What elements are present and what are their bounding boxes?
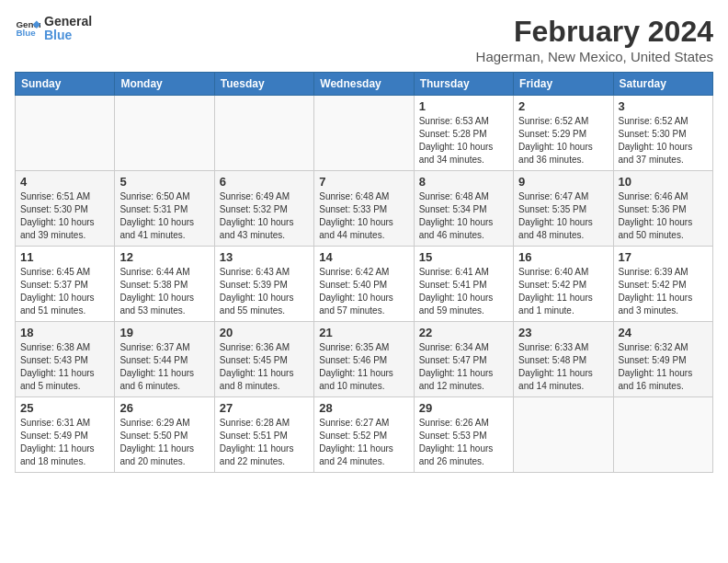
calendar-cell: 10Sunrise: 6:46 AM Sunset: 5:36 PM Dayli… [613, 171, 712, 247]
day-number: 21 [319, 326, 408, 339]
day-number: 18 [20, 326, 109, 339]
calendar-cell: 1Sunrise: 6:53 AM Sunset: 5:28 PM Daylig… [414, 96, 513, 171]
day-info: Sunrise: 6:39 AM Sunset: 5:42 PM Dayligh… [619, 266, 708, 317]
dow-header-wednesday: Wednesday [314, 73, 414, 96]
calendar-cell: 4Sunrise: 6:51 AM Sunset: 5:30 PM Daylig… [16, 171, 115, 247]
day-info: Sunrise: 6:37 AM Sunset: 5:44 PM Dayligh… [119, 341, 209, 393]
dow-header-friday: Friday [514, 73, 613, 96]
calendar-cell [314, 96, 414, 171]
dow-header-monday: Monday [115, 73, 214, 96]
day-info: Sunrise: 6:48 AM Sunset: 5:33 PM Dayligh… [319, 190, 408, 242]
day-number: 23 [518, 326, 608, 339]
day-info: Sunrise: 6:29 AM Sunset: 5:50 PM Dayligh… [119, 417, 209, 468]
day-info: Sunrise: 6:26 AM Sunset: 5:53 PM Dayligh… [419, 417, 508, 468]
day-info: Sunrise: 6:31 AM Sunset: 5:49 PM Dayligh… [20, 417, 109, 468]
calendar-cell: 9Sunrise: 6:47 AM Sunset: 5:35 PM Daylig… [514, 171, 613, 247]
day-number: 11 [20, 250, 109, 264]
day-number: 25 [20, 401, 109, 415]
day-number: 27 [220, 401, 309, 415]
calendar-cell: 28Sunrise: 6:27 AM Sunset: 5:52 PM Dayli… [314, 397, 414, 473]
dow-header-saturday: Saturday [613, 73, 712, 96]
calendar-cell: 19Sunrise: 6:37 AM Sunset: 5:44 PM Dayli… [115, 322, 214, 397]
day-info: Sunrise: 6:52 AM Sunset: 5:29 PM Dayligh… [518, 115, 608, 167]
day-number: 19 [119, 326, 209, 339]
calendar-cell: 18Sunrise: 6:38 AM Sunset: 5:43 PM Dayli… [16, 322, 115, 397]
calendar-cell: 21Sunrise: 6:35 AM Sunset: 5:46 PM Dayli… [314, 322, 414, 397]
day-number: 12 [119, 250, 209, 264]
day-info: Sunrise: 6:28 AM Sunset: 5:51 PM Dayligh… [220, 417, 309, 468]
location-title: Hagerman, New Mexico, United States [476, 49, 713, 64]
calendar-cell: 16Sunrise: 6:40 AM Sunset: 5:42 PM Dayli… [514, 247, 613, 322]
logo: General Blue General Blue [15, 15, 92, 43]
day-number: 17 [619, 250, 708, 264]
day-number: 3 [619, 99, 708, 113]
day-number: 15 [419, 250, 508, 264]
month-title: February 2024 [476, 15, 713, 49]
dow-header-tuesday: Tuesday [214, 73, 313, 96]
calendar-cell: 2Sunrise: 6:52 AM Sunset: 5:29 PM Daylig… [514, 96, 613, 171]
dow-header-thursday: Thursday [414, 73, 513, 96]
day-info: Sunrise: 6:41 AM Sunset: 5:41 PM Dayligh… [419, 266, 508, 317]
calendar-cell: 3Sunrise: 6:52 AM Sunset: 5:30 PM Daylig… [613, 96, 712, 171]
calendar-cell: 11Sunrise: 6:45 AM Sunset: 5:37 PM Dayli… [16, 247, 115, 322]
day-number: 20 [220, 326, 309, 339]
day-number: 5 [119, 175, 209, 189]
day-number: 14 [319, 250, 408, 264]
day-info: Sunrise: 6:36 AM Sunset: 5:45 PM Dayligh… [220, 341, 309, 393]
day-number: 24 [619, 326, 708, 339]
day-info: Sunrise: 6:53 AM Sunset: 5:28 PM Dayligh… [419, 115, 508, 167]
page-header: General Blue General Blue February 2024 … [15, 15, 713, 64]
day-info: Sunrise: 6:47 AM Sunset: 5:35 PM Dayligh… [518, 190, 608, 242]
calendar-cell: 29Sunrise: 6:26 AM Sunset: 5:53 PM Dayli… [414, 397, 513, 473]
title-block: February 2024 Hagerman, New Mexico, Unit… [476, 15, 713, 64]
day-info: Sunrise: 6:45 AM Sunset: 5:37 PM Dayligh… [20, 266, 109, 317]
day-info: Sunrise: 6:40 AM Sunset: 5:42 PM Dayligh… [518, 266, 608, 317]
day-number: 4 [20, 175, 109, 189]
calendar-cell: 26Sunrise: 6:29 AM Sunset: 5:50 PM Dayli… [115, 397, 214, 473]
calendar-cell: 23Sunrise: 6:33 AM Sunset: 5:48 PM Dayli… [514, 322, 613, 397]
day-number: 22 [419, 326, 508, 339]
calendar-cell: 15Sunrise: 6:41 AM Sunset: 5:41 PM Dayli… [414, 247, 513, 322]
day-info: Sunrise: 6:51 AM Sunset: 5:30 PM Dayligh… [20, 190, 109, 242]
day-number: 6 [220, 175, 309, 189]
day-info: Sunrise: 6:38 AM Sunset: 5:43 PM Dayligh… [20, 341, 109, 393]
day-info: Sunrise: 6:27 AM Sunset: 5:52 PM Dayligh… [319, 417, 408, 468]
day-number: 26 [119, 401, 209, 415]
calendar-cell: 14Sunrise: 6:42 AM Sunset: 5:40 PM Dayli… [314, 247, 414, 322]
calendar-cell [613, 397, 712, 473]
calendar-cell: 22Sunrise: 6:34 AM Sunset: 5:47 PM Dayli… [414, 322, 513, 397]
svg-text:Blue: Blue [16, 29, 36, 39]
day-info: Sunrise: 6:32 AM Sunset: 5:49 PM Dayligh… [619, 341, 708, 393]
day-number: 13 [220, 250, 309, 264]
day-info: Sunrise: 6:49 AM Sunset: 5:32 PM Dayligh… [220, 190, 309, 242]
day-info: Sunrise: 6:46 AM Sunset: 5:36 PM Dayligh… [619, 190, 708, 242]
day-info: Sunrise: 6:43 AM Sunset: 5:39 PM Dayligh… [220, 266, 309, 317]
day-number: 1 [419, 99, 508, 113]
calendar-cell [214, 96, 313, 171]
logo-icon: General Blue [15, 16, 40, 41]
dow-header-sunday: Sunday [16, 73, 115, 96]
day-number: 28 [319, 401, 408, 415]
day-info: Sunrise: 6:52 AM Sunset: 5:30 PM Dayligh… [619, 115, 708, 167]
calendar-table: SundayMondayTuesdayWednesdayThursdayFrid… [15, 72, 713, 473]
calendar-cell: 20Sunrise: 6:36 AM Sunset: 5:45 PM Dayli… [214, 322, 313, 397]
day-number: 9 [518, 175, 608, 189]
day-info: Sunrise: 6:35 AM Sunset: 5:46 PM Dayligh… [319, 341, 408, 393]
day-info: Sunrise: 6:33 AM Sunset: 5:48 PM Dayligh… [518, 341, 608, 393]
calendar-cell: 27Sunrise: 6:28 AM Sunset: 5:51 PM Dayli… [214, 397, 313, 473]
day-number: 16 [518, 250, 608, 264]
calendar-cell: 5Sunrise: 6:50 AM Sunset: 5:31 PM Daylig… [115, 171, 214, 247]
calendar-cell [16, 96, 115, 171]
day-info: Sunrise: 6:34 AM Sunset: 5:47 PM Dayligh… [419, 341, 508, 393]
day-info: Sunrise: 6:42 AM Sunset: 5:40 PM Dayligh… [319, 266, 408, 317]
day-number: 10 [619, 175, 708, 189]
day-info: Sunrise: 6:44 AM Sunset: 5:38 PM Dayligh… [119, 266, 209, 317]
day-number: 29 [419, 401, 508, 415]
calendar-cell [514, 397, 613, 473]
day-info: Sunrise: 6:48 AM Sunset: 5:34 PM Dayligh… [419, 190, 508, 242]
day-number: 2 [518, 99, 608, 113]
calendar-cell: 24Sunrise: 6:32 AM Sunset: 5:49 PM Dayli… [613, 322, 712, 397]
day-number: 8 [419, 175, 508, 189]
calendar-cell: 13Sunrise: 6:43 AM Sunset: 5:39 PM Dayli… [214, 247, 313, 322]
calendar-cell: 12Sunrise: 6:44 AM Sunset: 5:38 PM Dayli… [115, 247, 214, 322]
